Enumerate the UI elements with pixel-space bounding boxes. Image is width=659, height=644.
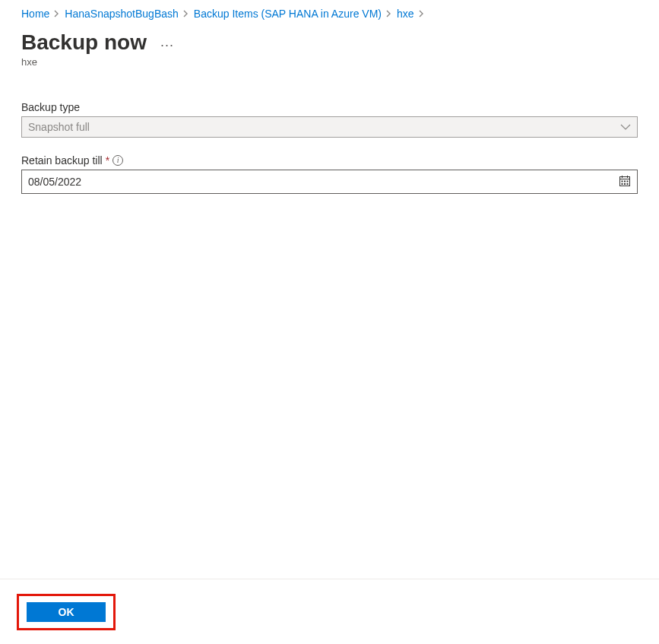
info-icon[interactable]: i — [112, 155, 123, 166]
breadcrumb: Home HanaSnapshotBugBash Backup Items (S… — [21, 8, 638, 20]
retain-till-input[interactable]: 08/05/2022 — [21, 170, 638, 194]
retain-till-label: Retain backup till * i — [21, 154, 638, 167]
breadcrumb-instance[interactable]: hxe — [397, 8, 414, 20]
more-options-button[interactable]: ··· — [160, 33, 174, 52]
breadcrumb-home[interactable]: Home — [21, 8, 49, 20]
page-title: Backup now — [21, 30, 147, 55]
required-asterisk: * — [106, 154, 109, 167]
breadcrumb-vault[interactable]: HanaSnapshotBugBash — [65, 8, 178, 20]
page-subtitle: hxe — [21, 56, 638, 68]
chevron-down-icon — [620, 123, 631, 131]
chevron-right-icon — [54, 10, 60, 17]
calendar-icon[interactable] — [619, 175, 631, 189]
footer-bar: OK — [0, 579, 659, 644]
chevron-right-icon — [386, 10, 392, 17]
retain-till-value: 08/05/2022 — [28, 176, 81, 188]
svg-rect-6 — [627, 180, 629, 182]
backup-type-value: Snapshot full — [28, 121, 90, 133]
tutorial-highlight: OK — [17, 594, 116, 630]
svg-rect-4 — [622, 180, 623, 182]
breadcrumb-backup-items[interactable]: Backup Items (SAP HANA in Azure VM) — [194, 8, 382, 20]
svg-rect-7 — [622, 183, 623, 185]
svg-rect-8 — [624, 183, 626, 185]
backup-type-select[interactable]: Snapshot full — [21, 116, 638, 138]
ok-button[interactable]: OK — [27, 602, 106, 622]
backup-type-label: Backup type — [21, 101, 638, 113]
chevron-right-icon — [183, 10, 189, 17]
chevron-right-icon — [419, 10, 425, 17]
svg-rect-5 — [624, 180, 626, 182]
svg-rect-9 — [627, 183, 629, 185]
